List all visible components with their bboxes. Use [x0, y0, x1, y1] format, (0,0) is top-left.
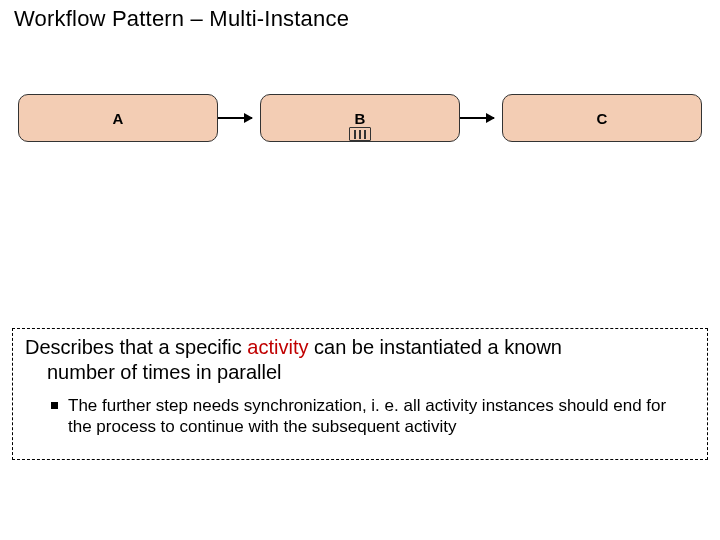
- activity-node-c-label: C: [597, 110, 608, 127]
- activity-node-a: A: [18, 94, 218, 142]
- description-main-line2: number of times in parallel: [25, 360, 697, 385]
- arrow-a-to-b: [218, 117, 252, 119]
- workflow-diagram: A B C: [18, 86, 702, 166]
- description-bullet: The further step needs synchronization, …: [51, 395, 697, 438]
- arrow-b-to-c: [460, 117, 494, 119]
- description-main-mid: can be instantiated a known: [308, 336, 562, 358]
- activity-node-a-label: A: [113, 110, 124, 127]
- multi-instance-marker-icon: [349, 127, 371, 141]
- slide: Workflow Pattern – Multi-Instance A B C …: [0, 0, 720, 540]
- activity-node-c: C: [502, 94, 702, 142]
- activity-node-b-label: B: [355, 110, 366, 127]
- description-main: Describes that a specific activity can b…: [25, 335, 697, 385]
- description-bullet-text: The further step needs synchronization, …: [68, 395, 688, 438]
- description-main-highlight: activity: [247, 336, 308, 358]
- description-main-pre: Describes that a specific: [25, 336, 247, 358]
- description-box: Describes that a specific activity can b…: [12, 328, 708, 460]
- slide-title: Workflow Pattern – Multi-Instance: [14, 6, 349, 32]
- activity-node-b: B: [260, 94, 460, 142]
- square-bullet-icon: [51, 402, 58, 409]
